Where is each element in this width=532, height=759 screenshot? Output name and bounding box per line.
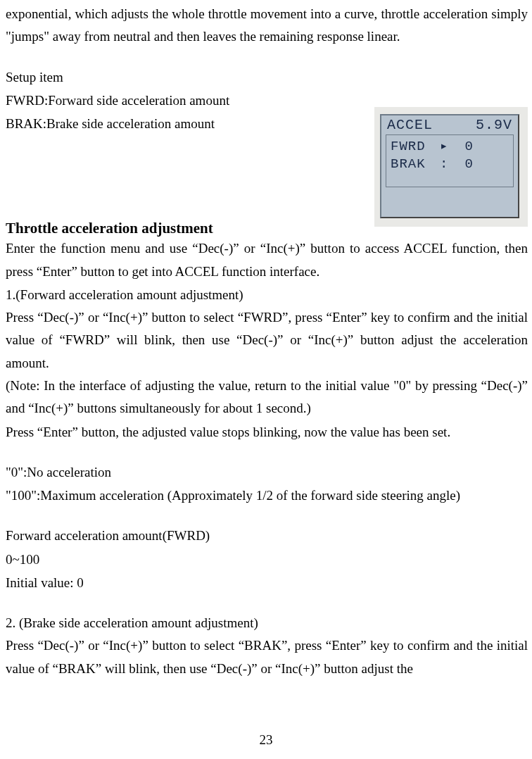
body-p10: Initial value: 0 [6,571,528,594]
body-p5: Press “Enter” button, the adjusted value… [6,420,528,444]
lcd-screenshot: ACCEL 5.9V FWRD ▸ 0 BRAK : 0 [374,107,528,227]
body-p1: Enter the function menu and use “Dec(-)”… [6,237,528,283]
lcd-row-fwrd: FWRD ▸ 0 [391,138,509,156]
lcd-brak-mark: : [440,156,452,173]
setup-brak: BRAK:Brake side acceleration amount [6,112,373,135]
body-p4: (Note: In the interface of adjusting the… [6,375,528,420]
intro-paragraph: exponential, which adjusts the whole thr… [6,3,528,49]
lcd-row-brak: BRAK : 0 [391,156,509,173]
lcd-fwrd-value: 0 [452,138,474,156]
body-p3: Press “Dec(-)” or “Inc(+)” button to sel… [6,306,528,375]
body-p8: Forward acceleration amount(FWRD) [6,524,528,547]
body-p6: "0":No acceleration [6,460,528,484]
lcd-voltage-text: 5.9V [476,117,512,133]
lcd-fwrd-label: FWRD [391,138,440,156]
setup-header: Setup item [6,65,373,89]
page-number: 23 [0,732,532,748]
lcd-brak-label: BRAK [391,156,440,173]
body-p7: "100":Maximum acceleration (Approximatel… [6,484,528,507]
body-p11: 2. (Brake side acceleration amount adjus… [6,611,528,634]
lcd-fwrd-mark: ▸ [440,138,452,156]
body-p2: 1.(Forward acceleration amount adjustmen… [6,283,528,306]
lcd-title-text: ACCEL [387,117,433,133]
body-p12: Press “Dec(-)” or “Inc(+)” button to sel… [6,634,528,680]
body-p9: 0~100 [6,548,528,571]
setup-fwrd: FWRD:Forward side acceleration amount [6,89,373,112]
lcd-brak-value: 0 [452,156,474,173]
